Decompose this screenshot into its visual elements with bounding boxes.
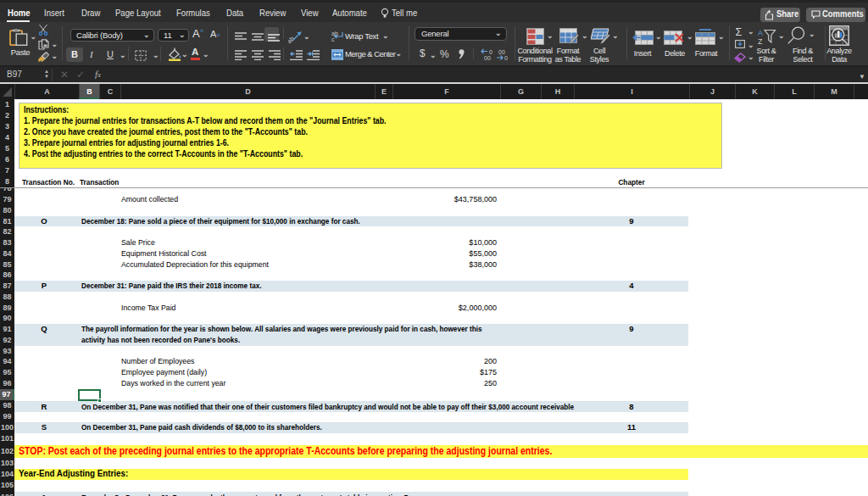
svg-text:ab: ab bbox=[331, 31, 338, 36]
svg-text:c: c bbox=[331, 36, 335, 42]
svg-text:ab: ab bbox=[288, 35, 296, 44]
svg-text:Z: Z bbox=[758, 37, 763, 45]
svg-text:A: A bbox=[758, 29, 763, 37]
svg-text:0: 0 bbox=[504, 55, 508, 61]
svg-text:00: 00 bbox=[484, 55, 491, 61]
